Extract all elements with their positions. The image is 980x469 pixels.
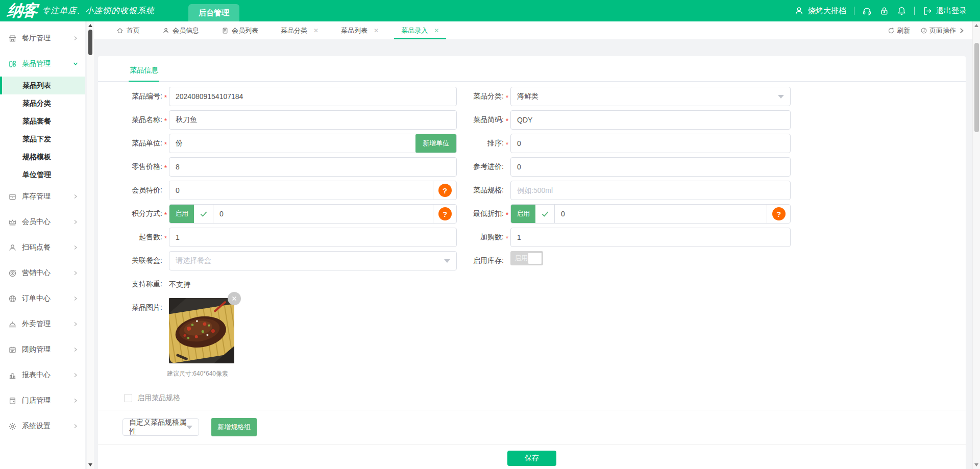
sidebar-item-marketing[interactable]: 营销中心 [0,260,85,286]
sidebar-item-settings[interactable]: 系统设置 [0,413,85,439]
discount-value-input[interactable] [555,205,767,223]
dish-name-input[interactable] [169,110,457,130]
add-qty-input[interactable] [510,228,791,247]
select-placeholder: 请选择餐盒 [176,256,211,265]
tab-home[interactable]: 首页 [105,21,151,39]
refresh-button[interactable]: 刷新 [888,26,910,35]
sidebar-item-stores[interactable]: 门店管理 [0,388,85,413]
headset-icon[interactable] [862,6,872,16]
tab-dish-entry[interactable]: 菜品录入 ✕ [390,21,450,39]
spec-attribute-select[interactable]: 自定义菜品规格属性 [122,418,199,436]
sort-order-input[interactable] [510,134,791,153]
tab-dish-category[interactable]: 菜品分类 ✕ [270,21,330,39]
field-label: 会员特价: [122,186,162,195]
scroll-up-arrow-icon[interactable] [88,24,92,27]
points-value-input[interactable] [213,205,433,223]
retail-price-input[interactable] [169,157,457,177]
discount-check-toggle[interactable] [535,205,555,223]
chevron-right-icon [72,35,79,41]
chevron-right-icon [72,219,79,225]
field-label: 关联餐盒: [122,256,162,265]
field-dish-category: 菜品分类: * 海鲜类 [468,87,791,106]
linked-box-select[interactable]: 请选择餐盒 [169,251,457,270]
tab-member-list[interactable]: 会员列表 [210,21,270,39]
sidebar-item-label: 菜品列表 [22,81,51,90]
bell-icon[interactable] [897,6,906,16]
field-dish-name: 菜品名称: * [122,110,457,130]
dish-code-input[interactable] [169,87,457,106]
discount-enable-button[interactable]: 启用 [511,205,535,223]
sidebar-item-takeout[interactable]: 外卖管理 [0,311,85,337]
tab-dish-list[interactable]: 菜品列表 ✕ [330,21,390,39]
dish-photo[interactable] [169,298,234,363]
points-check-toggle[interactable] [194,205,213,223]
caret-down-icon [778,95,784,98]
field-retail-price: 零售价格: * [122,157,457,177]
stock-toggle-switch[interactable]: 启用 [510,251,543,265]
user-menu[interactable]: 烧烤大排档 [794,6,846,16]
caret-down-icon [186,426,192,429]
help-icon[interactable]: ? [438,184,452,197]
enable-spec-label[interactable]: 启用菜品规格 [137,393,180,403]
tab-dish-info[interactable]: 菜品信息 [129,63,159,82]
help-icon[interactable]: ? [438,207,452,220]
scroll-down-arrow-icon[interactable] [974,463,978,466]
divider [914,7,915,15]
sidebar-item-dish-dispatch[interactable]: 菜品下发 [0,130,85,148]
close-icon[interactable]: ✕ [434,27,439,34]
form-right-column: 菜品分类: * 海鲜类 菜品简码: * 排序: * [468,87,791,378]
logout-button[interactable]: 退出登录 [922,6,967,16]
main-scrollbar[interactable] [972,21,980,469]
scroll-up-arrow-icon[interactable] [974,24,978,27]
remove-image-button[interactable] [228,292,241,305]
save-button[interactable]: 保存 [507,451,556,466]
member-price-input[interactable] [169,181,433,200]
min-sale-input[interactable] [169,228,457,247]
inventory-icon [8,192,17,201]
close-icon[interactable]: ✕ [313,27,318,34]
sidebar-item-dish-category[interactable]: 菜品分类 [0,94,85,112]
app-header: 纳客 专注单店、小连锁的收银系统 后台管理 烧烤大排档 退出登录 [0,0,980,21]
sidebar-item-members[interactable]: 会员中心 [0,209,85,235]
points-enable-button[interactable]: 启用 [169,205,194,223]
sidebar-item-qr-ordering[interactable]: 扫码点餐 [0,235,85,260]
field-reference-cost: 参考进价: [468,157,791,177]
door-icon [8,397,17,405]
tab-label: 会员信息 [173,26,199,35]
scroll-down-arrow-icon[interactable] [88,463,92,466]
lock-icon[interactable] [879,6,889,16]
reference-cost-input[interactable] [510,157,791,177]
sidebar-item-inventory[interactable]: 库存管理 [0,184,85,209]
sidebar-item-label: 营销中心 [22,268,51,278]
sidebar-item-label: 团购管理 [22,345,51,354]
dish-spec-input[interactable] [510,181,791,200]
scrollbar-thumb[interactable] [974,43,979,132]
select-value: 海鲜类 [517,92,538,101]
required-mark: * [162,139,169,149]
enable-spec-checkbox[interactable] [124,394,132,402]
home-icon [116,27,124,34]
sidebar-item-orders[interactable]: 订单中心 [0,286,85,311]
sidebar-item-dish-list[interactable]: 菜品列表 [0,77,85,94]
add-unit-button[interactable]: 新增单位 [415,134,456,153]
tab-member-info[interactable]: 会员信息 [151,21,210,39]
sidebar-item-unit-management[interactable]: 单位管理 [0,166,85,184]
add-spec-group-button[interactable]: 新增规格组 [211,418,257,436]
close-icon[interactable]: ✕ [374,27,379,34]
help-icon[interactable]: ? [772,207,786,220]
nav-tab-backend[interactable]: 后台管理 [188,4,239,21]
dish-category-select[interactable]: 海鲜类 [510,87,791,106]
dish-unit-input[interactable] [169,134,457,153]
sidebar-scrollbar[interactable] [87,21,94,469]
sidebar-item-dishes[interactable]: 菜品管理 [0,51,85,77]
page-actions-button[interactable]: 页面操作 [920,26,965,35]
user-icon [794,6,804,16]
sidebar-item-reports[interactable]: 报表中心 [0,362,85,388]
sidebar-item-spec-template[interactable]: 规格模板 [0,148,85,166]
scrollbar-thumb[interactable] [88,30,92,55]
short-code-input[interactable] [510,110,791,130]
sidebar-item-dish-combo[interactable]: 菜品套餐 [0,112,85,130]
chevron-right-icon [72,244,79,251]
sidebar-item-groupbuy[interactable]: 团购管理 [0,337,85,362]
sidebar-item-restaurant[interactable]: 餐厅管理 [0,26,85,51]
